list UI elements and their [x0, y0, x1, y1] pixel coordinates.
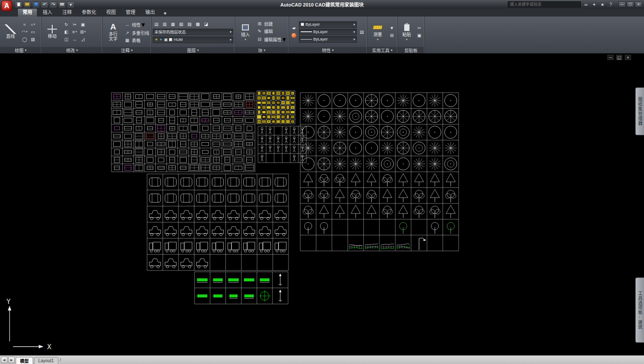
panel-layers: ▤ ▥ ▦ ▧ ▨ ▩ ◪ 未保存的图层状态 ▾ ☀ ✶ ▣ HU	[151, 17, 235, 53]
edit-block-button[interactable]: ✎ 编辑	[256, 28, 286, 34]
tab-output[interactable]: 输出	[141, 7, 160, 17]
insert-block-icon	[240, 23, 251, 32]
tool-palettes-tab[interactable]: 工具选项板 - 建筑	[635, 277, 644, 343]
qnew-button[interactable]	[15, 1, 22, 8]
layout1-tab[interactable]: Layout1	[34, 357, 58, 364]
rectangle-button[interactable]: ▭	[29, 29, 37, 35]
lineweight-dropdown[interactable]: ByLayer ▾	[299, 29, 357, 35]
arc-button[interactable]: ◠▾	[21, 29, 28, 35]
line-label: 直线	[6, 34, 15, 39]
layer-freeze-button[interactable]: ▧	[178, 21, 185, 27]
panel-annotation-title[interactable]: 注释▾	[103, 47, 151, 53]
communication-center-icon[interactable]: ✦	[591, 2, 597, 7]
drawing-canvas[interactable]: YX	[0, 53, 634, 355]
trim-button[interactable]: ✂	[71, 21, 78, 28]
ellipse-button[interactable]: ◯	[21, 36, 28, 43]
furniture-blocks-grid[interactable]	[111, 93, 255, 172]
tab-annotate[interactable]: 注释	[57, 7, 77, 17]
layer-off-button[interactable]: ▥	[161, 21, 168, 27]
panel-title-label: 修改	[66, 47, 75, 53]
favorites-star-icon[interactable]: ★	[599, 2, 606, 7]
multileader-button[interactable]: ↗ 多重引线	[124, 30, 149, 36]
people-blocks-grid[interactable]	[258, 126, 306, 163]
offset-button[interactable]: ≡▾	[71, 29, 78, 35]
close-button[interactable]: ×	[635, 1, 642, 7]
match-properties-button[interactable]: ▰	[290, 25, 298, 31]
tab-view[interactable]: 视图	[101, 7, 121, 17]
tab-nav-next-button[interactable]: ▶	[8, 357, 15, 363]
application-menu-button[interactable]: A	[1, 0, 12, 11]
mtext-label-2: 文字	[109, 37, 117, 42]
rotate-button[interactable]: ↻	[63, 21, 70, 28]
layer-properties-button[interactable]: ▤	[153, 21, 160, 27]
panel-utilities-title[interactable]: 实用工具▾	[367, 47, 397, 53]
quick-calculator-button[interactable]: ⊞	[388, 32, 396, 39]
layer-lock-button[interactable]: ▨	[186, 21, 193, 27]
plant-tree-blocks-grid[interactable]	[300, 93, 459, 251]
linear-dimension-button[interactable]: ↔ 线性 ▾	[124, 20, 149, 29]
layer-isolate-button[interactable]: ▦	[169, 21, 177, 27]
tab-manage[interactable]: 管理	[121, 7, 140, 17]
open-button[interactable]	[23, 1, 31, 8]
maximize-button[interactable]: □	[627, 1, 634, 7]
layer-match-button[interactable]: ▩	[194, 21, 201, 27]
infocenter-search	[508, 1, 581, 7]
search-input[interactable]	[510, 2, 579, 7]
panel-draw-title[interactable]: 绘图▾	[0, 47, 41, 53]
create-block-button[interactable]: ⊞ 创建	[256, 20, 286, 27]
panel-properties-title[interactable]: 特性▾	[289, 47, 367, 53]
tab-nav-prev-button[interactable]: ◀	[1, 357, 7, 363]
measure-button[interactable]: 测量 ▾	[369, 17, 387, 46]
mirror-button[interactable]: ◧	[63, 29, 70, 35]
ribbon-options-button[interactable]: ◈	[164, 11, 167, 17]
quick-select-button[interactable]: ▼	[388, 25, 396, 31]
paste-button[interactable]: 粘贴 ▾	[399, 17, 414, 46]
hatch-button[interactable]: ▨	[29, 36, 37, 43]
doc-minimize-button[interactable]: ─	[607, 55, 614, 60]
minimize-button[interactable]: ─	[618, 1, 626, 7]
doc-restore-button[interactable]: ◱	[616, 55, 622, 60]
vehicle-blocks-grid[interactable]	[147, 174, 288, 270]
table-button[interactable]: ▦ 表格	[124, 37, 149, 43]
copy-clip-button[interactable]: ▣	[416, 32, 423, 39]
panel-block-title[interactable]: 块▾	[235, 47, 288, 53]
door-window-blocks-grid[interactable]	[257, 91, 295, 124]
save-button[interactable]	[32, 1, 40, 8]
panel-modify-title[interactable]: 修改▾	[42, 47, 102, 53]
scale-button[interactable]: ◿	[79, 36, 87, 43]
qat-customize-button[interactable]: ▾	[67, 1, 74, 8]
cut-button[interactable]: ✂	[416, 25, 423, 31]
circle-button[interactable]: ○▾	[29, 21, 37, 28]
stretch-button[interactable]: ↔	[71, 36, 78, 43]
properties-list-button[interactable]: ▤	[358, 29, 366, 35]
layer-state-dropdown[interactable]: 未保存的图层状态 ▾	[153, 29, 233, 35]
tab-parametric[interactable]: 参数化	[77, 7, 101, 17]
linetype-dropdown[interactable]: ByLayer ▾	[299, 36, 357, 43]
mtext-button[interactable]: A 多行 文字	[104, 17, 122, 46]
panel-clipboard-title[interactable]: 剪贴板	[398, 47, 424, 53]
line-button[interactable]: 直线	[1, 17, 20, 46]
array-button[interactable]: ⊞▾	[79, 29, 87, 35]
undo-button[interactable]: ↶	[41, 1, 48, 8]
current-layer-dropdown[interactable]: ☀ ✶ ▣ HUM ▾	[153, 37, 233, 43]
annotation-symbol-blocks-grid[interactable]	[195, 272, 288, 304]
sheet-set-manager-tab[interactable]: 图纸集管理器	[635, 87, 644, 135]
doc-close-button[interactable]: ×	[625, 55, 631, 60]
plot-button[interactable]	[58, 1, 66, 8]
panel-layers-title[interactable]: 图层▾	[151, 47, 235, 53]
redo-button[interactable]: ↷	[50, 1, 57, 8]
object-color-button[interactable]	[290, 32, 298, 39]
help-icon[interactable]: ?	[607, 2, 614, 7]
object-color-dropdown[interactable]: ByLayer ▾	[299, 21, 357, 28]
polyline-button[interactable]: ≈	[21, 21, 28, 28]
erase-button[interactable]: ◫	[63, 36, 70, 43]
search-binoculars-icon[interactable]: ∞	[583, 2, 589, 7]
layer-previous-button[interactable]: ◪	[202, 21, 210, 27]
insert-block-button[interactable]: 插入 ▾	[236, 17, 255, 46]
copy-button[interactable]: ▣	[79, 21, 87, 28]
tab-insert[interactable]: 插入	[38, 7, 57, 17]
move-button[interactable]: 移动	[43, 17, 61, 46]
insert-label: 插入	[241, 33, 250, 37]
edit-attributes-button[interactable]: ⊟ 编辑属性 ▾	[256, 35, 286, 43]
model-tab[interactable]: 模型	[16, 357, 33, 364]
